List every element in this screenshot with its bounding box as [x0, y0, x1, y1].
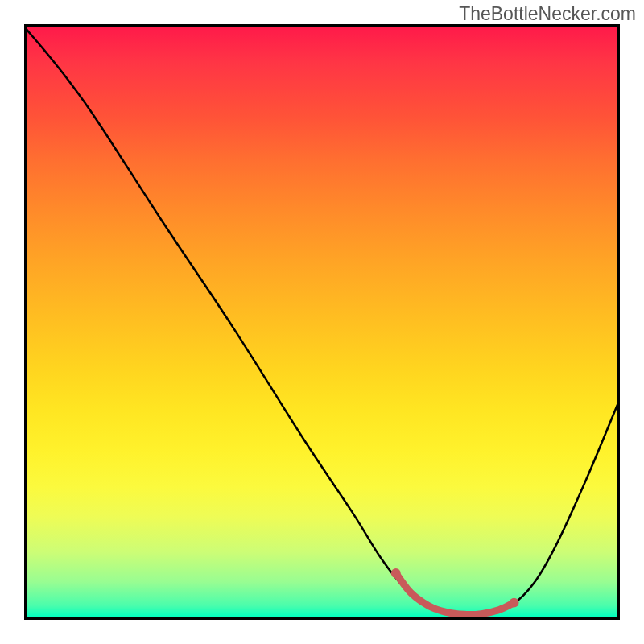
- plot-area: [24, 24, 620, 620]
- chart-container: TheBottleNecker.com: [0, 0, 644, 644]
- curve-svg: [27, 27, 617, 617]
- valley-dot-right: [510, 598, 519, 608]
- watermark-text: TheBottleNecker.com: [459, 3, 636, 25]
- valley-highlight-path: [396, 573, 514, 615]
- valley-dot-left: [391, 568, 401, 578]
- bottleneck-curve-path: [27, 30, 617, 616]
